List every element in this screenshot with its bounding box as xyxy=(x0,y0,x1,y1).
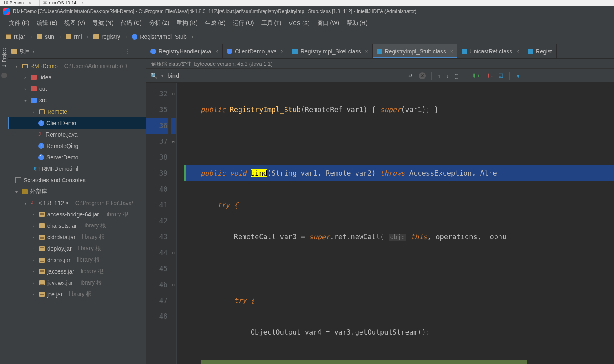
breadcrumb-label: sun xyxy=(45,33,54,40)
tree-item-jar[interactable]: ›jce.jar library 根 xyxy=(8,289,146,300)
tab-label: RegistryImpl_Skel.class xyxy=(300,48,361,55)
menu-window[interactable]: 窗口 (W) xyxy=(314,18,342,29)
select-all-icon[interactable]: ⬚ xyxy=(455,73,460,79)
tree-item-idea[interactable]: ›.idea xyxy=(8,72,146,83)
chevron-down-icon[interactable]: ▾ xyxy=(33,49,35,53)
dropdown-icon[interactable]: ▾ xyxy=(161,74,163,78)
collapse-icon[interactable]: — xyxy=(137,48,143,55)
menu-analyze[interactable]: 分析 (Z) xyxy=(146,18,173,29)
fold-marker[interactable]: ⊟ xyxy=(171,86,176,102)
fold-gutter[interactable]: ⊟ ⊟ ⊟ ⊟ xyxy=(171,83,177,364)
remove-selection-icon[interactable]: ⬇- xyxy=(486,73,493,79)
chevron-right-icon: › xyxy=(192,33,193,40)
tree-item-external-libs[interactable]: ▾外部库 xyxy=(8,186,146,197)
tree-label: deploy.jar xyxy=(47,245,72,252)
breadcrumb-item[interactable]: rmi xyxy=(66,33,82,40)
structure-icon[interactable] xyxy=(1,73,7,78)
tree-item-out[interactable]: ›out xyxy=(8,83,146,95)
menu-refactor[interactable]: 重构 (R) xyxy=(173,18,201,29)
class-icon xyxy=(38,154,44,160)
tree-root[interactable]: ▾RMI-Demo C:\Users\Administrator\D xyxy=(8,60,146,72)
divider xyxy=(527,72,527,80)
project-panel-header: 项目 ▾ ⋮ — xyxy=(8,44,146,59)
close-icon[interactable]: × xyxy=(365,49,368,54)
menu-file[interactable]: 文件 (F) xyxy=(6,18,33,29)
close-find-icon[interactable]: ✕ xyxy=(419,72,426,79)
tree-item-iml[interactable]: J⬚RMI-Demo.iml xyxy=(8,163,146,174)
os-tab-macos[interactable]: ⌘macOS 10.14× xyxy=(40,0,92,6)
close-icon[interactable]: × xyxy=(281,49,284,54)
editor-tab-active[interactable]: RegistryImpl_Stub.class× xyxy=(373,44,457,58)
tree-item-scratches[interactable]: Scratches and Consoles xyxy=(8,174,146,186)
tree-item-jar[interactable]: ›javaws.jar library 根 xyxy=(8,277,146,289)
tree-item-remoteqing[interactable]: RemoteQing xyxy=(8,140,146,152)
breadcrumb-item[interactable]: RegistryImpl_Stub xyxy=(132,33,186,40)
prev-match-icon[interactable]: ↑ xyxy=(437,73,440,79)
close-icon[interactable]: × xyxy=(29,1,31,5)
enter-icon[interactable]: ↵ xyxy=(408,73,413,79)
tree-item-remote-java[interactable]: JRemote.java xyxy=(8,129,146,140)
tree-item-remote-pkg[interactable]: ›Remote xyxy=(8,106,146,117)
menu-run[interactable]: 运行 (U) xyxy=(230,18,257,29)
code-content[interactable]: public RegistryImpl_Stub(RemoteRef var1)… xyxy=(177,83,614,364)
more-options-icon[interactable]: ⋮ xyxy=(125,48,131,55)
code-editor[interactable]: 32 35 36 37 38 39 40 41 42 43 44 45 46 4… xyxy=(146,83,614,364)
tree-item-jdk[interactable]: ▾J< 1.8_112 > C:\Program Files\Java\ xyxy=(8,197,146,209)
tree-item-serverdemo[interactable]: ServerDemo xyxy=(8,152,146,163)
tree-item-jar[interactable]: ›access-bridge-64.jar library 根 xyxy=(8,209,146,220)
breadcrumb-item[interactable]: sun xyxy=(37,33,54,40)
tree-label: src xyxy=(39,97,47,104)
project-view-title[interactable]: 项目 xyxy=(20,48,30,55)
match-case-checkbox[interactable]: Match Ca xyxy=(533,70,614,82)
project-tree[interactable]: ▾RMI-Demo C:\Users\Administrator\D ›.ide… xyxy=(8,59,146,364)
add-selection-icon[interactable]: ⬇+ xyxy=(472,73,480,79)
menu-vcs[interactable]: VCS (S) xyxy=(285,18,313,28)
os-tab-win10[interactable]: 10 Person× xyxy=(0,0,40,6)
fold-marker[interactable]: ⊟ xyxy=(171,245,176,261)
tree-path: C:\Program Files\Java\ xyxy=(75,200,133,206)
breadcrumb-label: RegistryImpl_Stub xyxy=(140,33,186,40)
tree-item-jar[interactable]: ›cldrdata.jar library 根 xyxy=(8,232,146,243)
tree-item-jar[interactable]: ›dnsns.jar library 根 xyxy=(8,254,146,266)
select-occurrences-icon[interactable]: ☑ xyxy=(498,73,504,79)
scrollbar-thumb[interactable] xyxy=(201,360,527,364)
fold-marker[interactable]: ⊟ xyxy=(171,277,176,293)
editor-tab[interactable]: ClientDemo.java× xyxy=(223,44,288,58)
horizontal-scrollbar[interactable] xyxy=(177,360,614,364)
close-icon[interactable]: × xyxy=(516,49,519,54)
menu-view[interactable]: 视图 (V) xyxy=(61,18,88,29)
tree-item-jar[interactable]: ›charsets.jar library 根 xyxy=(8,220,146,232)
match-case-box[interactable] xyxy=(533,73,614,78)
line-number: 36 xyxy=(146,118,168,134)
tree-item-clientdemo[interactable]: ClientDemo xyxy=(8,117,146,129)
filter-icon[interactable]: ▼ xyxy=(515,73,521,79)
close-icon[interactable]: × xyxy=(215,49,218,54)
fold-marker[interactable]: ⊟ xyxy=(171,134,176,150)
editor-tab[interactable]: UnicastRef.class× xyxy=(457,44,523,58)
tree-item-jar[interactable]: ›deploy.jar library 根 xyxy=(8,243,146,254)
menu-help[interactable]: 帮助 (H) xyxy=(343,18,371,29)
menu-code[interactable]: 代码 (C) xyxy=(117,18,145,29)
close-icon[interactable]: × xyxy=(81,1,84,5)
tree-item-src[interactable]: ▾src xyxy=(8,95,146,106)
breadcrumb-item[interactable]: registry xyxy=(93,33,120,40)
close-icon[interactable]: × xyxy=(450,49,453,54)
tree-item-jar[interactable]: ›jaccess.jar library 根 xyxy=(8,266,146,277)
breadcrumb-item[interactable]: rt.jar xyxy=(6,33,25,40)
editor-tab[interactable]: RegistryHandler.java× xyxy=(146,44,223,58)
editor-tab[interactable]: Regist xyxy=(523,44,557,58)
editor-tab[interactable]: RegistryImpl_Skel.class× xyxy=(288,44,373,58)
decompiled-icon xyxy=(377,49,382,54)
search-icon[interactable]: 🔍 xyxy=(150,73,157,79)
chevron-right-icon: › xyxy=(30,33,32,40)
line-number: 41 xyxy=(146,197,168,213)
menu-navigate[interactable]: 导航 (N) xyxy=(89,18,117,29)
find-input[interactable] xyxy=(168,72,404,79)
menu-tools[interactable]: 工具 (T) xyxy=(258,18,285,29)
next-match-icon[interactable]: ↓ xyxy=(446,73,449,79)
fold-marker[interactable] xyxy=(171,118,176,134)
tool-button-project[interactable]: 1: Project xyxy=(2,48,7,67)
menu-edit[interactable]: 编辑 (E) xyxy=(33,18,61,29)
chevron-right-icon: › xyxy=(33,281,37,285)
menu-build[interactable]: 生成 (B) xyxy=(202,18,229,29)
